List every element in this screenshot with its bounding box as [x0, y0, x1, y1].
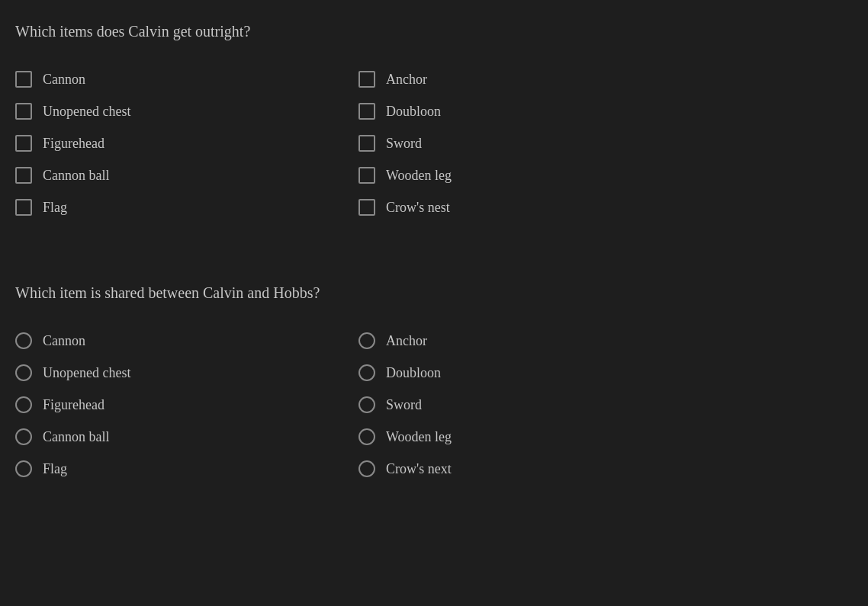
label-wooden-leg: Wooden leg	[386, 168, 452, 184]
radio-item-anchor[interactable]: Anchor	[358, 325, 702, 357]
question1-options-grid: Cannon Unopened chest Figurehead Cannon …	[15, 63, 702, 223]
radio-label-cannon-ball: Cannon ball	[43, 429, 110, 445]
section-divider	[15, 254, 853, 284]
radio-label-cannon: Cannon	[43, 333, 85, 349]
checkbox-crows-nest[interactable]	[358, 199, 375, 216]
radio-crows-next[interactable]	[358, 460, 375, 477]
checkbox-item-wooden-leg[interactable]: Wooden leg	[358, 159, 702, 191]
radio-label-wooden-leg: Wooden leg	[386, 429, 452, 445]
radio-label-unopened-chest: Unopened chest	[43, 365, 130, 381]
radio-cannon-ball[interactable]	[15, 428, 32, 445]
radio-item-sword[interactable]: Sword	[358, 389, 702, 421]
question2-options-grid: Cannon Unopened chest Figurehead Cannon …	[15, 325, 702, 485]
checkbox-item-cannon-ball[interactable]: Cannon ball	[15, 159, 358, 191]
question2-right-col: Anchor Doubloon Sword Wooden leg Crow's …	[358, 325, 702, 485]
radio-item-wooden-leg[interactable]: Wooden leg	[358, 421, 702, 453]
checkbox-flag[interactable]	[15, 199, 32, 216]
checkbox-item-doubloon[interactable]: Doubloon	[358, 95, 702, 127]
checkbox-figurehead[interactable]	[15, 135, 32, 152]
question2-left-col: Cannon Unopened chest Figurehead Cannon …	[15, 325, 358, 485]
checkbox-item-unopened-chest[interactable]: Unopened chest	[15, 95, 358, 127]
radio-item-crows-next[interactable]: Crow's next	[358, 453, 702, 485]
radio-doubloon[interactable]	[358, 364, 375, 381]
checkbox-sword[interactable]	[358, 135, 375, 152]
checkbox-unopened-chest[interactable]	[15, 103, 32, 120]
label-unopened-chest: Unopened chest	[43, 104, 130, 120]
radio-label-anchor: Anchor	[386, 333, 427, 349]
radio-sword[interactable]	[358, 396, 375, 413]
question1-right-col: Anchor Doubloon Sword Wooden leg Crow's …	[358, 63, 702, 223]
label-crows-nest: Crow's nest	[386, 200, 450, 216]
checkbox-wooden-leg[interactable]	[358, 167, 375, 184]
radio-flag[interactable]	[15, 460, 32, 477]
radio-unopened-chest[interactable]	[15, 364, 32, 381]
label-anchor: Anchor	[386, 72, 427, 88]
checkbox-cannon-ball[interactable]	[15, 167, 32, 184]
label-cannon: Cannon	[43, 72, 85, 88]
question1-section: Which items does Calvin get outright? Ca…	[15, 23, 853, 223]
checkbox-cannon[interactable]	[15, 71, 32, 88]
radio-item-flag[interactable]: Flag	[15, 453, 358, 485]
checkbox-item-crows-nest[interactable]: Crow's nest	[358, 191, 702, 223]
checkbox-item-sword[interactable]: Sword	[358, 127, 702, 159]
question1-left-col: Cannon Unopened chest Figurehead Cannon …	[15, 63, 358, 223]
checkbox-anchor[interactable]	[358, 71, 375, 88]
radio-label-crows-next: Crow's next	[386, 461, 452, 477]
radio-item-cannon[interactable]: Cannon	[15, 325, 358, 357]
radio-label-figurehead: Figurehead	[43, 397, 104, 413]
radio-anchor[interactable]	[358, 332, 375, 349]
radio-wooden-leg[interactable]	[358, 428, 375, 445]
label-cannon-ball: Cannon ball	[43, 168, 110, 184]
radio-label-sword: Sword	[386, 397, 422, 413]
radio-figurehead[interactable]	[15, 396, 32, 413]
radio-cannon[interactable]	[15, 332, 32, 349]
radio-item-cannon-ball[interactable]: Cannon ball	[15, 421, 358, 453]
radio-label-flag: Flag	[43, 461, 67, 477]
radio-label-doubloon: Doubloon	[386, 365, 441, 381]
question2-title: Which item is shared between Calvin and …	[15, 284, 853, 302]
label-flag: Flag	[43, 200, 67, 216]
checkbox-item-cannon[interactable]: Cannon	[15, 63, 358, 95]
label-doubloon: Doubloon	[386, 104, 441, 120]
checkbox-item-anchor[interactable]: Anchor	[358, 63, 702, 95]
question2-section: Which item is shared between Calvin and …	[15, 284, 853, 485]
radio-item-doubloon[interactable]: Doubloon	[358, 357, 702, 389]
label-sword: Sword	[386, 136, 422, 152]
question1-title: Which items does Calvin get outright?	[15, 23, 853, 40]
label-figurehead: Figurehead	[43, 136, 104, 152]
checkbox-item-flag[interactable]: Flag	[15, 191, 358, 223]
radio-item-figurehead[interactable]: Figurehead	[15, 389, 358, 421]
checkbox-doubloon[interactable]	[358, 103, 375, 120]
radio-item-unopened-chest[interactable]: Unopened chest	[15, 357, 358, 389]
checkbox-item-figurehead[interactable]: Figurehead	[15, 127, 358, 159]
